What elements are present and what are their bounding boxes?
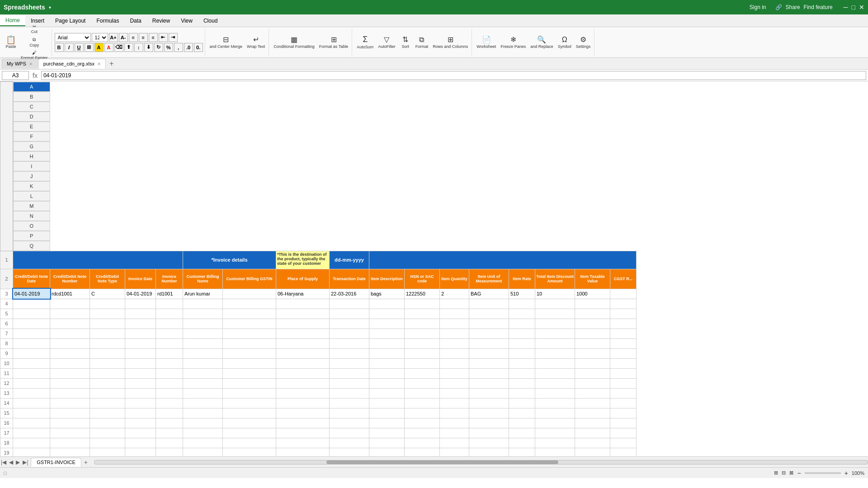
cell-H1[interactable]: *This is the destination of the product,… [276, 251, 330, 269]
italic-button[interactable]: I [65, 43, 74, 52]
worksheet-button[interactable]: 📄 Worksheet [475, 30, 498, 55]
menu-item-page layout[interactable]: Page Layout [50, 16, 91, 26]
col-header-P[interactable]: P [13, 231, 50, 241]
col-header-L[interactable]: L [13, 191, 50, 201]
indent-decrease-button[interactable]: ⇤ [159, 33, 168, 42]
share-label[interactable]: Share [786, 4, 800, 10]
col-header-E[interactable]: E [13, 122, 50, 131]
cell-F3[interactable]: Arun kumar [183, 289, 223, 299]
row-num-3[interactable]: 3 [0, 289, 13, 299]
zoom-slider[interactable] [805, 472, 841, 474]
cell-M3[interactable]: BAG [469, 289, 509, 299]
horizontal-scrollbar[interactable] [94, 459, 868, 465]
bold-button[interactable]: B [55, 43, 64, 52]
font-grow-button[interactable]: A+ [109, 33, 118, 42]
sheet-nav-last[interactable]: ▶| [22, 459, 29, 465]
sheet-nav-next[interactable]: ▶ [15, 459, 21, 465]
settings-button[interactable]: ⚙ Settings [574, 30, 593, 55]
header-L[interactable]: Item Quantity [440, 269, 469, 289]
cell-P3[interactable]: 1000 [575, 289, 610, 299]
sheet-tab-gstr1[interactable]: GSTR1-INVOICE [31, 458, 81, 467]
cell-A3[interactable]: 04-01-2019 [13, 289, 50, 299]
zoom-out-button[interactable]: − [797, 469, 801, 477]
col-header-J[interactable]: J [13, 171, 50, 181]
header-O[interactable]: Total Item Discount Amount [535, 269, 575, 289]
align-top-button[interactable]: ⬆ [124, 43, 133, 52]
col-header-C[interactable]: C [13, 102, 50, 112]
autofilter-button[interactable]: ▽ AutoFilter [376, 30, 397, 55]
cell-E3[interactable]: rd1001 [156, 289, 183, 299]
minimize-icon[interactable]: ─ [844, 4, 848, 11]
font-shrink-button[interactable]: A- [119, 33, 128, 42]
col-header-K[interactable]: K [13, 181, 50, 191]
rows-columns-button[interactable]: ⊞ Rows and Columns [431, 30, 470, 55]
header-D[interactable]: Invoice Date [125, 269, 156, 289]
paste-button[interactable]: 📋 Paste [4, 30, 18, 55]
sheet-nav-prev[interactable]: ◀ [8, 459, 14, 465]
menu-item-cloud[interactable]: Cloud [198, 16, 223, 26]
row-num-2[interactable]: 2 [0, 269, 13, 289]
header-J[interactable]: Item Description [369, 269, 405, 289]
col-header-F[interactable]: F [13, 131, 50, 141]
maximize-icon[interactable]: □ [852, 4, 855, 11]
font-color-button[interactable]: A [104, 43, 113, 52]
sheet-nav-first[interactable]: |◀ [0, 459, 7, 465]
comma-button[interactable]: , [174, 43, 183, 52]
symbol-button[interactable]: Ω Symbol [556, 30, 573, 55]
percent-button[interactable]: % [164, 43, 173, 52]
cell-O3[interactable]: 10 [535, 289, 575, 299]
menu-item-data[interactable]: Data [124, 16, 146, 26]
formula-input[interactable] [41, 71, 866, 80]
find-replace-button[interactable]: 🔍 and Replace [528, 30, 555, 55]
file-tab-purchase-close[interactable]: ✕ [97, 61, 101, 66]
cell-D3[interactable]: 04-01-2019 [125, 289, 156, 299]
cell-I3[interactable]: 22-03-2016 [330, 289, 369, 299]
cell-F1[interactable]: *Invoice details [183, 251, 276, 269]
align-right-button[interactable]: ≡ [149, 33, 158, 42]
file-tab-mywps-close[interactable]: ✕ [29, 61, 33, 66]
cell-reference-input[interactable] [2, 71, 29, 80]
header-F[interactable]: Customer Billing Name [183, 269, 223, 289]
format-button[interactable]: ⧉ Format [414, 30, 430, 55]
indent-increase-button[interactable]: ⇥ [169, 33, 178, 42]
cell-B3[interactable]: rdcd1001 [50, 289, 90, 299]
header-Q[interactable]: CGST R... [610, 269, 637, 289]
app-dropdown-arrow[interactable]: ▾ [49, 5, 51, 10]
cell-H3[interactable]: 06-Haryana [276, 289, 330, 299]
row-num-1[interactable]: 1 [0, 251, 13, 269]
format-as-table-button[interactable]: ⊞ Format as Table [317, 30, 350, 55]
cell-Q3[interactable] [610, 289, 637, 299]
add-file-tab-button[interactable]: + [107, 60, 116, 68]
menu-item-formulas[interactable]: Formulas [91, 16, 124, 26]
col-header-H[interactable]: H [13, 151, 50, 161]
header-N[interactable]: Item Rate [509, 269, 535, 289]
clear-format-button[interactable]: ⌫ [114, 43, 123, 52]
col-header-I[interactable]: I [13, 161, 50, 171]
conditional-formatting-button[interactable]: ▦ Conditional Formatting [272, 30, 316, 55]
close-icon[interactable]: ✕ [859, 4, 864, 11]
wrap-text-button[interactable]: ↵ Wrap Text [245, 30, 267, 55]
sign-in-button[interactable]: Sign in [744, 2, 772, 12]
sort-button[interactable]: ⇅ Sort [398, 30, 413, 55]
bg-color-button[interactable]: A [94, 43, 104, 52]
align-center-button[interactable]: ≡ [139, 33, 148, 42]
zoom-in-button[interactable]: + [844, 469, 848, 477]
col-header-B[interactable]: B [13, 92, 50, 102]
cell-G3[interactable] [223, 289, 276, 299]
header-A[interactable]: Credit/Debit Note Date [13, 269, 50, 289]
header-C[interactable]: Credit/Debit Note Type [90, 269, 125, 289]
col-header-G[interactable]: G [13, 141, 50, 151]
header-E[interactable]: Invoice Number [156, 269, 183, 289]
cell-A1[interactable] [13, 251, 183, 269]
view-pagebreak-icon[interactable]: ⊟ [782, 470, 786, 476]
view-custom-icon[interactable]: ⊠ [789, 470, 793, 476]
cell-J1[interactable] [369, 251, 637, 269]
col-header-O[interactable]: O [13, 221, 50, 231]
align-left-button[interactable]: ≡ [129, 33, 138, 42]
col-header-N[interactable]: N [13, 211, 50, 221]
add-sheet-button[interactable]: + [81, 458, 90, 467]
menu-item-review[interactable]: Review [147, 16, 175, 26]
header-I[interactable]: Transaction Date [330, 269, 369, 289]
header-P[interactable]: Item Taxable Value [575, 269, 610, 289]
find-feature-label[interactable]: Find feature [804, 4, 833, 10]
